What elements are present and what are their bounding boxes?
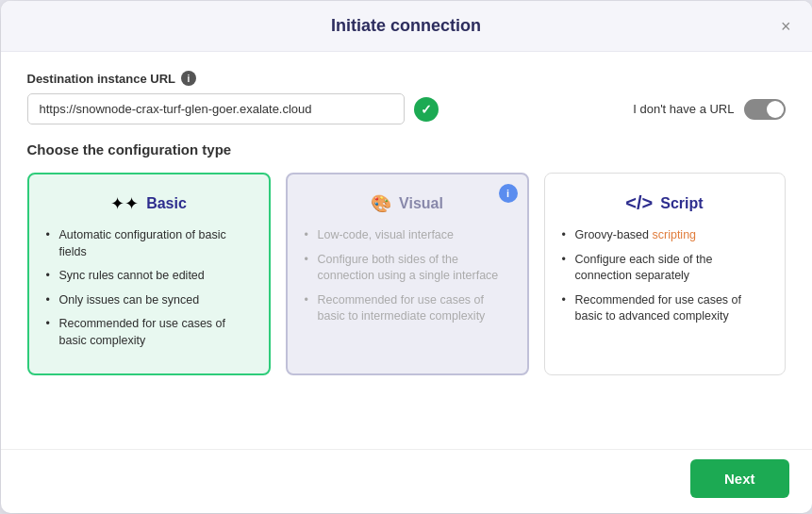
list-item: Configure both sides of the connection u… [305,252,510,285]
list-item: Recommended for use cases of basic to ad… [562,292,768,325]
toggle-knob [767,101,784,118]
list-item: Groovy-based scripting [562,227,768,244]
url-input-wrap [27,93,439,124]
card-basic-header: ✦✦ Basic [46,193,252,214]
modal-header: Initiate connection × [1,1,812,52]
no-url-toggle[interactable]: ✕ [744,99,786,120]
next-button[interactable]: Next [690,459,789,498]
list-item: Sync rules cannot be edited [46,268,252,285]
card-visual-list: Low-code, visual interface Configure bot… [305,227,510,325]
modal-body: Destination instance URL i I don't have … [1,52,812,449]
no-url-label: I don't have a URL [633,102,734,116]
initiate-connection-modal: Initiate connection × Destination instan… [1,1,812,513]
list-item: Recommended for use cases of basic compl… [46,316,252,349]
code-brackets-icon: </> [625,192,653,214]
card-basic-list: Automatic configuration of basic fields … [46,227,252,349]
card-basic-title: Basic [146,195,187,212]
card-script-list: Groovy-based scripting Configure each si… [562,227,768,325]
list-item: Automatic configuration of basic fields [46,227,252,260]
check-circle-icon [414,97,439,122]
list-item: Only issues can be synced [46,292,252,309]
modal-title: Initiate connection [331,16,481,36]
list-item: Configure each side of the connection se… [562,252,768,285]
card-visual-title: Visual [399,195,443,212]
close-button[interactable]: × [777,14,795,39]
list-item: Recommended for use cases of basic to in… [305,292,510,325]
palette-icon: 🎨 [371,193,391,214]
wand-icon: ✦✦ [110,193,139,214]
url-label: Destination instance URL i [27,71,786,86]
card-script[interactable]: </> Script Groovy-based scripting Config… [544,173,786,375]
card-basic[interactable]: ✦✦ Basic Automatic configuration of basi… [27,173,271,375]
url-valid-check [414,97,439,122]
card-visual[interactable]: i 🎨 Visual Low-code, visual interface Co… [286,173,529,375]
url-input[interactable] [27,93,405,124]
url-section: Destination instance URL i I don't have … [27,71,786,124]
cards-row: ✦✦ Basic Automatic configuration of basi… [27,173,786,375]
url-row: I don't have a URL ✕ [27,93,786,124]
card-visual-header: 🎨 Visual [305,193,510,214]
no-url-toggle-group: I don't have a URL ✕ [633,99,785,120]
config-type-section: Choose the configuration type ✦✦ Basic A… [27,141,786,375]
card-script-header: </> Script [562,192,768,214]
config-type-title: Choose the configuration type [27,141,786,158]
list-item: Low-code, visual interface [305,227,510,244]
url-label-text: Destination instance URL [27,72,175,86]
modal-footer: Next [1,449,812,513]
url-info-icon[interactable]: i [181,71,196,86]
info-badge-icon: i [499,184,518,203]
card-script-title: Script [660,195,703,212]
